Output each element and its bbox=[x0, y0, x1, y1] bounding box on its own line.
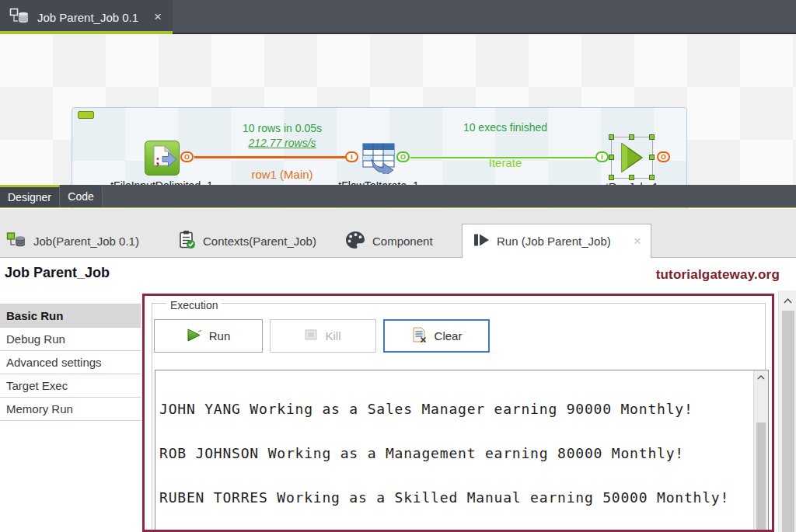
window-tab-bar: Job Parent_Job 0.1 × bbox=[0, 0, 796, 34]
selection-handle[interactable] bbox=[609, 155, 614, 160]
tab-job-label: Job(Parent_Job 0.1) bbox=[33, 235, 139, 248]
window-tab-close-icon[interactable]: × bbox=[154, 9, 162, 25]
scroll-up-icon[interactable] bbox=[779, 294, 796, 308]
tab-run[interactable]: Run (Job Parent_Job) × bbox=[462, 224, 651, 258]
job-window-tab[interactable]: Job Parent_Job 0.1 × bbox=[0, 0, 173, 34]
view-scrollbar-thumb[interactable] bbox=[782, 311, 794, 532]
tab-code[interactable]: Code bbox=[60, 185, 103, 207]
flow-iterate-name[interactable]: Iterate bbox=[428, 156, 583, 169]
flow-main-rows-stat: 10 rows in 0.05s bbox=[204, 122, 360, 134]
sidebar-item-advanced-settings[interactable]: Advanced settings bbox=[0, 351, 141, 374]
console-scrollbar[interactable] bbox=[753, 370, 768, 532]
tab-contexts-label: Contexts(Parent_Job) bbox=[203, 235, 316, 248]
selection-handle[interactable] bbox=[629, 134, 634, 140]
window-tab-title: Job Parent_Job 0.1 bbox=[37, 11, 138, 24]
job-design-canvas[interactable]: ; tFileInputDelimited_1 O I 10 rows in 0… bbox=[0, 34, 796, 185]
kill-stop-icon bbox=[305, 329, 318, 343]
flow-iterate-execs-stat: 10 execs finished bbox=[428, 121, 583, 134]
component-tfileinputdelimited[interactable]: ; bbox=[145, 141, 180, 179]
tab-component[interactable]: Component bbox=[345, 224, 433, 258]
svg-text:;: ; bbox=[155, 152, 160, 168]
clear-document-icon bbox=[411, 327, 428, 346]
brand-watermark: tutorialgateway.org bbox=[656, 267, 780, 283]
sidebar-item-debug-run[interactable]: Debug Run bbox=[0, 328, 141, 351]
console-scrollbar-thumb[interactable] bbox=[756, 422, 766, 532]
flow-main-rate-stat: 212.77 rows/s bbox=[204, 137, 360, 149]
minimized-note[interactable] bbox=[78, 111, 94, 119]
clear-button-label: Clear bbox=[435, 329, 463, 342]
console-line: RUBEN TORRES Working as a Skilled Manual… bbox=[159, 490, 748, 505]
component-palette-icon bbox=[345, 231, 365, 252]
flow-main-out-port[interactable]: O bbox=[180, 151, 194, 162]
tab-designer[interactable]: Designer bbox=[0, 185, 60, 207]
contexts-icon bbox=[177, 230, 196, 252]
execution-console[interactable]: JOHN YANG Working as a Sales Manager ear… bbox=[155, 370, 769, 532]
selection-handle[interactable] bbox=[629, 175, 634, 180]
view-tab-bar: Job(Parent_Job 0.1) Contexts(Parent_Job) bbox=[0, 209, 796, 258]
execution-annotation-box: Execution Run Kill bbox=[142, 294, 774, 532]
sidebar-item-memory-run[interactable]: Memory Run bbox=[0, 398, 141, 421]
job-hierarchy-icon bbox=[9, 8, 30, 27]
tab-component-label: Component bbox=[372, 235, 433, 248]
selection-handle[interactable] bbox=[609, 175, 614, 180]
editor-tab-bar: Designer Code bbox=[0, 185, 796, 208]
selection-handle[interactable] bbox=[649, 175, 655, 180]
flow-iterate-out-port[interactable]: O bbox=[396, 151, 410, 162]
tab-job[interactable]: Job(Parent_Job 0.1) bbox=[6, 224, 139, 258]
tab-contexts[interactable]: Contexts(Parent_Job) bbox=[177, 224, 316, 258]
run-play-icon bbox=[187, 328, 202, 345]
view-scrollbar[interactable] bbox=[778, 290, 796, 532]
trunjob-play-icon bbox=[618, 142, 646, 173]
execution-group-legend: Execution bbox=[166, 299, 222, 311]
selection-handle[interactable] bbox=[649, 134, 655, 140]
console-line: ROB JOHNSON Working as a Management earn… bbox=[159, 446, 748, 461]
component-tflowtoiterate[interactable] bbox=[362, 141, 395, 177]
run-button-label: Run bbox=[209, 329, 231, 342]
tab-run-close-icon[interactable]: × bbox=[634, 234, 641, 249]
job-icon bbox=[6, 231, 26, 251]
kill-button[interactable]: Kill bbox=[270, 319, 376, 353]
run-sidebar: Basic Run Debug Run Advanced settings Ta… bbox=[0, 304, 141, 421]
sidebar-item-target-exec[interactable]: Target Exec bbox=[0, 374, 141, 398]
clear-button[interactable]: Clear bbox=[383, 319, 490, 353]
selection-handle[interactable] bbox=[649, 155, 655, 160]
run-button[interactable]: Run bbox=[154, 319, 263, 353]
run-view-header: Job Parent_Job tutorialgateway.org bbox=[0, 259, 796, 291]
talend-studio-window: Job Parent_Job 0.1 × ; tFileInputDelimit… bbox=[0, 0, 796, 532]
kill-button-label: Kill bbox=[325, 329, 340, 342]
tab-run-label: Run (Job Parent_Job) bbox=[497, 235, 611, 248]
page-title: Job Parent_Job bbox=[5, 265, 110, 281]
flow-iterate-in-port[interactable]: I bbox=[595, 151, 609, 162]
component-trunjob-selection[interactable] bbox=[612, 137, 652, 178]
scroll-up-icon[interactable] bbox=[754, 370, 768, 384]
run-tab-icon bbox=[473, 232, 490, 250]
selection-handle[interactable] bbox=[609, 134, 614, 140]
trunjob-out-port[interactable]: O bbox=[657, 151, 670, 162]
sidebar-item-basic-run[interactable]: Basic Run bbox=[0, 304, 141, 328]
console-line: JOHN YANG Working as a Sales Manager ear… bbox=[159, 402, 748, 416]
